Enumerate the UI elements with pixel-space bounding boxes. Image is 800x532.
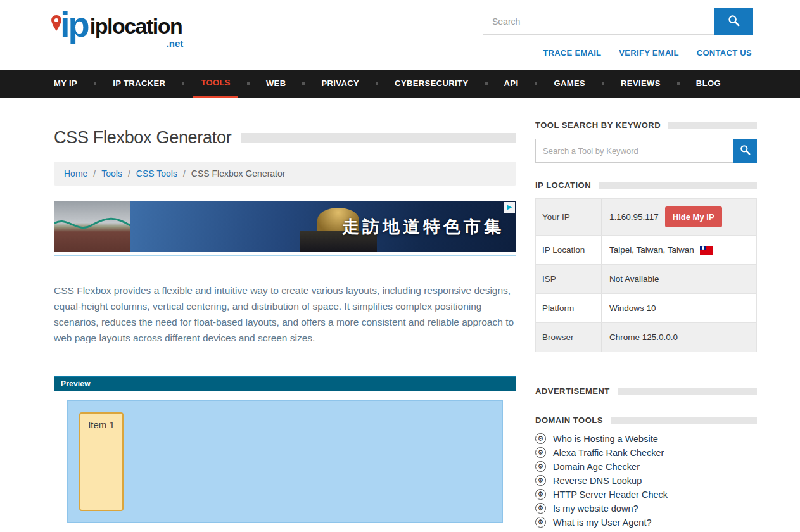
nav-separator bbox=[677, 82, 680, 85]
nav-item-web[interactable]: WEB bbox=[266, 70, 286, 98]
nav-item-ip-tracker[interactable]: IP TRACKER bbox=[113, 70, 165, 98]
breadcrumb-tools[interactable]: Tools bbox=[101, 168, 122, 179]
ip-row-label: ISP bbox=[536, 265, 602, 293]
breadcrumb-separator bbox=[93, 168, 96, 179]
list-item: ⚙ HTTP Server Header Check bbox=[535, 489, 757, 500]
logo-tld: .net bbox=[167, 38, 184, 49]
ad-caption: 走訪地道特色市集 bbox=[342, 215, 504, 238]
sidebar: TOOL SEARCH BY KEYWORD IP LOCATION Your … bbox=[535, 98, 757, 532]
heading-decorative-bar bbox=[668, 122, 757, 129]
nav-item-games[interactable]: GAMES bbox=[554, 70, 585, 98]
nav-separator bbox=[376, 82, 378, 85]
nav-item-privacy[interactable]: PRIVACY bbox=[321, 70, 359, 98]
nav-separator bbox=[485, 82, 488, 85]
list-item: ⚙ What is my User Agent? bbox=[535, 517, 757, 528]
header-search bbox=[483, 8, 753, 35]
ip-location-heading-text: IP LOCATION bbox=[535, 180, 591, 190]
domain-tool-user-agent[interactable]: What is my User Agent? bbox=[553, 517, 652, 528]
list-item: ⚙ Who is Hosting a Website bbox=[535, 433, 757, 444]
ip-location-table: Your IP 1.160.95.117 Hide My IP IP Locat… bbox=[535, 198, 757, 352]
nav-separator bbox=[247, 82, 250, 85]
header-search-button[interactable] bbox=[714, 8, 753, 35]
contact-us-link[interactable]: CONTACT US bbox=[697, 48, 752, 58]
nav-item-api[interactable]: API bbox=[504, 70, 519, 98]
gear-icon: ⚙ bbox=[535, 503, 546, 514]
ip-row-label: Browser bbox=[536, 323, 602, 352]
advertisement-heading: ADVERTISEMENT bbox=[535, 386, 757, 396]
domain-tool-alexa-rank[interactable]: Alexa Traffic Rank Checker bbox=[553, 448, 664, 458]
isp-value: Not Available bbox=[602, 267, 756, 291]
domain-tool-who-is-hosting[interactable]: Who is Hosting a Website bbox=[553, 434, 658, 444]
trace-email-link[interactable]: TRACE EMAIL bbox=[543, 48, 601, 58]
domain-tool-http-header[interactable]: HTTP Server Header Check bbox=[553, 490, 668, 500]
heading-decorative-bar bbox=[618, 388, 757, 395]
nav-item-reviews[interactable]: REVIEWS bbox=[621, 70, 661, 98]
domain-tools-heading-text: DOMAIN TOOLS bbox=[535, 415, 603, 425]
preview-panel-body: Item 1 bbox=[54, 391, 516, 532]
nav-separator bbox=[182, 82, 184, 85]
verify-email-link[interactable]: VERIFY EMAIL bbox=[619, 48, 678, 58]
domain-tools-heading: DOMAIN TOOLS bbox=[535, 415, 757, 425]
platform-value: Windows 10 bbox=[602, 296, 756, 320]
nav-item-my-ip[interactable]: MY IP bbox=[54, 70, 77, 98]
nav-separator bbox=[602, 82, 604, 85]
logo-wordmark: iplocation .net bbox=[90, 14, 182, 41]
ip-row-value: Taipei, Taiwan, Taiwan bbox=[602, 238, 756, 262]
nav-separator bbox=[94, 82, 96, 85]
nav-item-tools[interactable]: TOOLS bbox=[193, 70, 238, 98]
tool-search-button[interactable] bbox=[733, 139, 757, 163]
breadcrumb: Home Tools CSS Tools CSS Flexbox Generat… bbox=[54, 162, 516, 186]
search-icon bbox=[740, 144, 751, 157]
main-column: CSS Flexbox Generator Home Tools CSS Too… bbox=[54, 98, 516, 532]
gear-icon: ⚙ bbox=[535, 433, 546, 444]
your-ip-value: 1.160.95.117 bbox=[609, 212, 659, 222]
logo-ip-text: ip bbox=[60, 4, 88, 44]
breadcrumb-separator bbox=[183, 168, 186, 179]
tool-search-heading-text: TOOL SEARCH BY KEYWORD bbox=[535, 120, 661, 130]
main-nav: MY IP IP TRACKER TOOLS WEB PRIVACY CYBER… bbox=[0, 70, 800, 98]
hide-my-ip-button[interactable]: Hide My IP bbox=[665, 206, 722, 227]
preview-panel: Preview Item 1 bbox=[54, 376, 516, 532]
taiwan-flag-icon bbox=[700, 246, 713, 255]
domain-tool-website-down[interactable]: Is my website down? bbox=[553, 504, 638, 514]
browser-value: Chrome 125.0.0.0 bbox=[602, 325, 756, 350]
tool-search-input[interactable] bbox=[535, 139, 733, 163]
nav-separator bbox=[535, 82, 537, 85]
ad-image: 走訪地道特色市集 bbox=[54, 201, 516, 252]
tool-search-heading: TOOL SEARCH BY KEYWORD bbox=[535, 120, 757, 130]
content-wrapper: CSS Flexbox Generator Home Tools CSS Too… bbox=[0, 98, 800, 532]
tool-search bbox=[535, 139, 757, 163]
site-logo[interactable]: ip iplocation .net bbox=[54, 8, 182, 41]
gear-icon: ⚙ bbox=[535, 447, 546, 458]
advertisement-heading-text: ADVERTISEMENT bbox=[535, 386, 610, 396]
ip-row-label: Your IP bbox=[536, 199, 602, 235]
header-search-input[interactable] bbox=[483, 8, 714, 35]
domain-tool-reverse-dns[interactable]: Reverse DNS Lookup bbox=[553, 476, 642, 486]
ip-row-browser: Browser Chrome 125.0.0.0 bbox=[536, 323, 756, 352]
nav-separator bbox=[302, 82, 305, 85]
title-row: CSS Flexbox Generator bbox=[54, 128, 516, 148]
list-item: ⚙ Domain Age Checker bbox=[535, 461, 757, 472]
ad-right-photo: 走訪地道特色市集 bbox=[130, 201, 516, 252]
breadcrumb-current: CSS Flexbox Generator bbox=[191, 168, 286, 179]
gear-icon: ⚙ bbox=[535, 489, 546, 500]
adchoices-icon[interactable] bbox=[504, 202, 515, 213]
search-icon bbox=[728, 15, 740, 28]
site-header: ip iplocation .net TRACE EMAIL VERIFY EM… bbox=[0, 0, 800, 70]
breadcrumb-css-tools[interactable]: CSS Tools bbox=[136, 168, 177, 179]
gear-icon: ⚙ bbox=[535, 461, 546, 472]
list-item: ⚙ Reverse DNS Lookup bbox=[535, 475, 757, 486]
list-item: ⚙ Is my website down? bbox=[535, 503, 757, 514]
map-pin-icon bbox=[50, 3, 63, 36]
ad-banner[interactable]: 走訪地道特色市集 bbox=[54, 201, 516, 256]
header-links: TRACE EMAIL VERIFY EMAIL CONTACT US bbox=[543, 48, 752, 58]
gear-icon: ⚙ bbox=[535, 475, 546, 486]
nav-item-cybersecurity[interactable]: CYBERSECURITY bbox=[395, 70, 468, 98]
breadcrumb-home[interactable]: Home bbox=[64, 168, 87, 179]
logo-word-text: iplocation bbox=[90, 14, 182, 38]
flex-preview-container: Item 1 bbox=[67, 400, 503, 522]
preview-panel-header: Preview bbox=[54, 377, 516, 391]
nav-item-blog[interactable]: BLOG bbox=[696, 70, 721, 98]
flex-preview-item-1[interactable]: Item 1 bbox=[79, 412, 124, 511]
domain-tool-domain-age[interactable]: Domain Age Checker bbox=[553, 462, 640, 472]
